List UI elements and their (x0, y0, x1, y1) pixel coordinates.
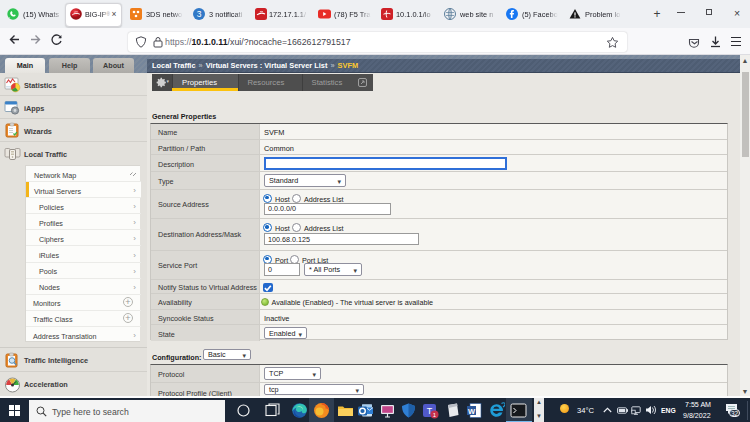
svg-text:3: 3 (197, 9, 202, 19)
svg-text:W: W (468, 407, 476, 416)
